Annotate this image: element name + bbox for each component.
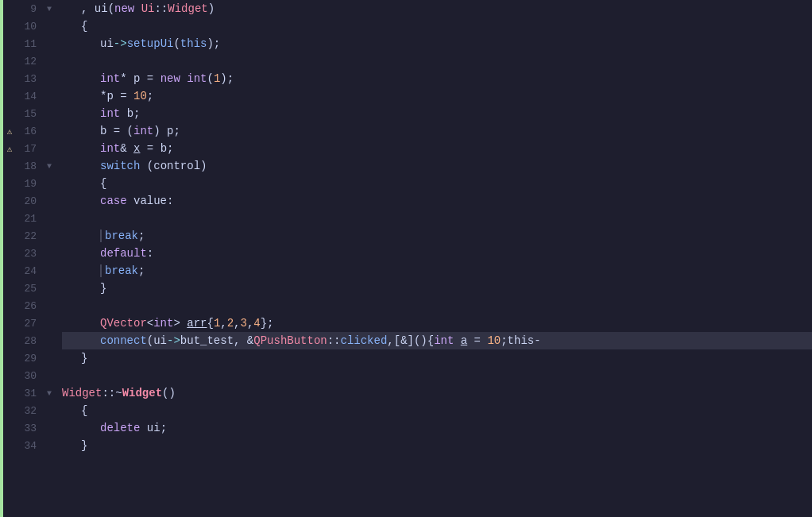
- warn-icon-line-31: [3, 384, 16, 402]
- warn-icon-line-30: [3, 367, 16, 384]
- fold-btn-15: [43, 105, 56, 122]
- code-line-24: break;: [62, 262, 812, 280]
- warn-icon-line-24: [3, 262, 16, 280]
- fold-btn-20: [43, 192, 56, 210]
- fold-indicator-area: ▼▼▼: [43, 0, 56, 517]
- line-number-34: 34: [16, 437, 43, 454]
- code-line-10: {: [62, 17, 812, 35]
- code-line-11: ui->setupUi(this);: [62, 35, 812, 52]
- warn-icon-line-14: [3, 87, 16, 105]
- code-line-18: switch (control): [62, 157, 812, 175]
- fold-btn-18[interactable]: ▼: [43, 157, 56, 175]
- warn-icon-line-20: [3, 192, 16, 210]
- code-line-15: int b;: [62, 105, 812, 122]
- warn-icon-line-27: [3, 314, 16, 332]
- code-line-16: b = (int) p;: [62, 122, 812, 140]
- line-numbers-area: 9101112131415161718192021222324252627282…: [16, 0, 43, 517]
- line-number-22: 22: [16, 227, 43, 245]
- line-number-14: 14: [16, 87, 43, 105]
- line-number-16: 16: [16, 122, 43, 140]
- code-line-29: }: [62, 349, 812, 367]
- code-line-26: [62, 297, 812, 314]
- fold-btn-30: [43, 367, 56, 384]
- code-line-28: connect(ui->but_test, &QPushButton::clic…: [62, 332, 812, 349]
- warn-icon-line-15: [3, 105, 16, 122]
- line-number-24: 24: [16, 262, 43, 280]
- fold-btn-9[interactable]: ▼: [43, 0, 56, 17]
- code-line-20: case value:: [62, 192, 812, 210]
- warn-icon-line-18: [3, 157, 16, 175]
- line-number-17: 17: [16, 140, 43, 157]
- warn-icon-line-12: [3, 52, 16, 70]
- line-number-31: 31: [16, 384, 43, 402]
- fold-btn-29: [43, 349, 56, 367]
- code-line-9: , ui(new Ui::Widget): [62, 0, 812, 17]
- fold-btn-16: [43, 122, 56, 140]
- code-line-14: *p = 10;: [62, 87, 812, 105]
- line-number-32: 32: [16, 402, 43, 419]
- code-line-31: Widget::~Widget(): [62, 384, 812, 402]
- fold-btn-24: [43, 262, 56, 280]
- warn-icon-line-26: [3, 297, 16, 314]
- fold-btn-22: [43, 227, 56, 245]
- warn-icon-line-16: ⚠: [3, 122, 16, 140]
- warn-icon-line-21: [3, 210, 16, 227]
- code-line-33: delete ui;: [62, 419, 812, 437]
- code-content[interactable]: , ui(new Ui::Widget){ui->setupUi(this);i…: [56, 0, 812, 517]
- line-number-18: 18: [16, 157, 43, 175]
- warn-icon-line-17: ⚠: [3, 140, 16, 157]
- code-line-19: {: [62, 175, 812, 192]
- line-number-21: 21: [16, 210, 43, 227]
- fold-btn-26: [43, 297, 56, 314]
- code-line-23: default:: [62, 245, 812, 262]
- fold-btn-31[interactable]: ▼: [43, 384, 56, 402]
- fold-btn-13: [43, 70, 56, 87]
- line-number-13: 13: [16, 70, 43, 87]
- code-line-27: QVector<int> arr{1,2,3,4};: [62, 314, 812, 332]
- code-line-13: int* p = new int(1);: [62, 70, 812, 87]
- fold-btn-14: [43, 87, 56, 105]
- line-number-28: 28: [16, 332, 43, 349]
- fold-btn-11: [43, 35, 56, 52]
- warn-icon-line-34: [3, 437, 16, 454]
- code-line-12: [62, 52, 812, 70]
- code-line-21: [62, 210, 812, 227]
- warn-icon-line-11: [3, 35, 16, 52]
- fold-btn-19: [43, 175, 56, 192]
- line-number-27: 27: [16, 314, 43, 332]
- case-bar-24: [100, 264, 102, 277]
- line-number-12: 12: [16, 52, 43, 70]
- warn-icon-line-19: [3, 175, 16, 192]
- line-number-20: 20: [16, 192, 43, 210]
- fold-btn-12: [43, 52, 56, 70]
- code-line-32: {: [62, 402, 812, 419]
- line-number-29: 29: [16, 349, 43, 367]
- line-number-10: 10: [16, 17, 43, 35]
- warn-icon-line-32: [3, 402, 16, 419]
- code-line-17: int& x = b;: [62, 140, 812, 157]
- warn-icon-line-13: [3, 70, 16, 87]
- code-line-30: [62, 367, 812, 384]
- fold-btn-21: [43, 210, 56, 227]
- line-number-19: 19: [16, 175, 43, 192]
- fold-btn-25: [43, 280, 56, 297]
- line-number-15: 15: [16, 105, 43, 122]
- line-number-23: 23: [16, 245, 43, 262]
- fold-btn-33: [43, 419, 56, 437]
- fold-btn-27: [43, 314, 56, 332]
- fold-btn-23: [43, 245, 56, 262]
- warn-icon-line-23: [3, 245, 16, 262]
- line-number-26: 26: [16, 297, 43, 314]
- editor-container: ⚠⚠ 9101112131415161718192021222324252627…: [0, 0, 812, 517]
- line-number-9: 9: [16, 0, 43, 17]
- fold-btn-28: [43, 332, 56, 349]
- warn-icon-line-22: [3, 227, 16, 245]
- line-number-25: 25: [16, 280, 43, 297]
- warn-icon-line-33: [3, 419, 16, 437]
- code-line-22: break;: [62, 227, 812, 245]
- warn-icon-line-29: [3, 349, 16, 367]
- line-number-30: 30: [16, 367, 43, 384]
- code-line-34: }: [62, 437, 812, 454]
- fold-btn-17: [43, 140, 56, 157]
- line-number-11: 11: [16, 35, 43, 52]
